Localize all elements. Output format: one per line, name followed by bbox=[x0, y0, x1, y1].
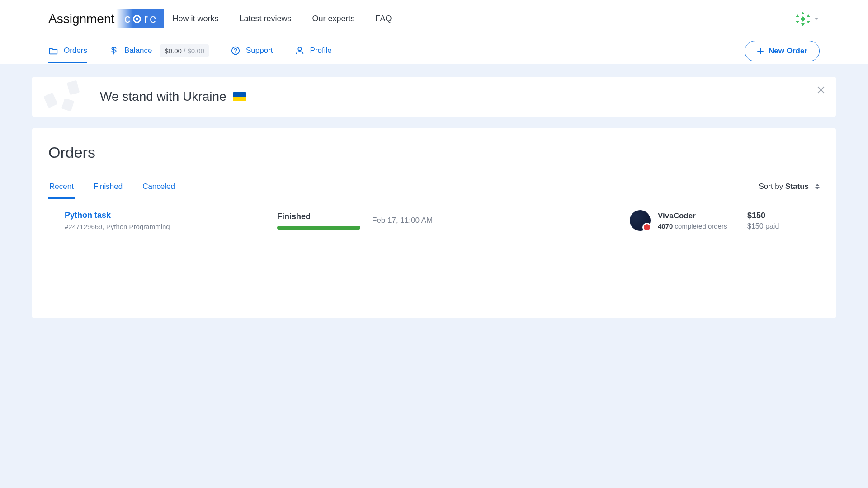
order-info: Python task #247129669, Python Programmi… bbox=[65, 211, 273, 230]
order-expert[interactable]: VivaCoder 4070 completed orders bbox=[630, 210, 743, 231]
target-icon bbox=[133, 15, 141, 23]
page-body: We stand with Ukraine Orders Recent Fini… bbox=[0, 64, 868, 336]
order-status: Finished bbox=[277, 212, 368, 230]
page-title: Orders bbox=[48, 144, 820, 161]
order-title-link[interactable]: Python task bbox=[65, 211, 273, 220]
banner-title: We stand with Ukraine bbox=[100, 89, 226, 104]
order-price-block: $150 $150 paid bbox=[747, 211, 820, 230]
nav-how-it-works[interactable]: How it works bbox=[172, 14, 218, 23]
tab-canceled[interactable]: Canceled bbox=[142, 178, 176, 199]
svg-marker-2 bbox=[796, 14, 799, 17]
sub-nav: Orders Balance $0.00 / $0.00 Support Pro… bbox=[0, 38, 868, 64]
order-tabs: Recent Finished Canceled bbox=[48, 178, 176, 199]
ukraine-banner: We stand with Ukraine bbox=[32, 77, 836, 117]
nav-latest-reviews[interactable]: Latest reviews bbox=[239, 14, 291, 23]
svg-marker-0 bbox=[801, 12, 805, 14]
subnav-support-label: Support bbox=[246, 46, 273, 55]
sort-by-selector[interactable]: Sort by Status bbox=[759, 182, 820, 196]
logo-text-left: Assignment bbox=[48, 12, 114, 26]
svg-marker-3 bbox=[801, 23, 805, 26]
sort-arrows-icon bbox=[815, 184, 820, 189]
subnav-profile-label: Profile bbox=[310, 46, 332, 55]
svg-marker-1 bbox=[807, 14, 810, 17]
logo-text-right: cre bbox=[116, 9, 164, 28]
user-menu[interactable] bbox=[794, 10, 818, 28]
svg-marker-6 bbox=[800, 16, 806, 22]
expert-avatar bbox=[630, 210, 651, 231]
chevron-down-icon bbox=[815, 18, 818, 20]
status-label: Finished bbox=[277, 212, 368, 221]
tabs-row: Recent Finished Canceled Sort by Status bbox=[48, 178, 820, 199]
help-icon bbox=[231, 46, 241, 56]
order-price: $150 bbox=[747, 211, 820, 221]
subnav-balance[interactable]: Balance $0.00 / $0.00 bbox=[109, 37, 209, 65]
new-order-button[interactable]: New Order bbox=[745, 41, 820, 61]
ukraine-flag-icon bbox=[233, 92, 246, 101]
expert-name: VivaCoder bbox=[658, 211, 727, 221]
orders-card: Orders Recent Finished Canceled Sort by … bbox=[32, 128, 836, 318]
dollar-icon bbox=[109, 46, 119, 56]
svg-point-8 bbox=[235, 52, 236, 53]
order-row[interactable]: Python task #247129669, Python Programmi… bbox=[48, 199, 820, 243]
banner-close-button[interactable] bbox=[816, 85, 826, 95]
progress-bar-fill bbox=[277, 226, 360, 230]
new-order-label: New Order bbox=[769, 47, 807, 56]
plus-icon bbox=[757, 47, 764, 55]
folder-icon bbox=[48, 46, 58, 56]
order-paid: $150 paid bbox=[747, 222, 820, 230]
order-date: Feb 17, 11:00 AM bbox=[372, 216, 625, 225]
nav-faq[interactable]: FAQ bbox=[376, 14, 392, 23]
tab-recent[interactable]: Recent bbox=[48, 178, 75, 199]
tab-finished[interactable]: Finished bbox=[93, 178, 123, 199]
banner-illustration bbox=[41, 81, 91, 113]
expert-stats: 4070 completed orders bbox=[658, 222, 727, 230]
avatar-icon bbox=[794, 10, 812, 28]
progress-bar bbox=[277, 226, 360, 230]
top-bar: Assignment cre How it works Latest revie… bbox=[0, 0, 868, 38]
user-icon bbox=[295, 46, 305, 56]
svg-point-9 bbox=[298, 47, 301, 51]
close-icon bbox=[816, 85, 826, 95]
subnav-orders[interactable]: Orders bbox=[48, 38, 87, 63]
svg-marker-5 bbox=[796, 21, 799, 23]
order-subtitle: #247129669, Python Programming bbox=[65, 223, 273, 230]
subnav-profile[interactable]: Profile bbox=[295, 38, 332, 63]
subnav-support[interactable]: Support bbox=[231, 38, 273, 63]
top-nav: How it works Latest reviews Our experts … bbox=[172, 14, 392, 23]
subnav-balance-label: Balance bbox=[124, 46, 152, 55]
nav-our-experts[interactable]: Our experts bbox=[312, 14, 355, 23]
balance-badge: $0.00 / $0.00 bbox=[160, 44, 209, 57]
logo[interactable]: Assignment cre bbox=[48, 9, 164, 28]
sort-label: Sort by Status bbox=[759, 182, 809, 191]
subnav-orders-label: Orders bbox=[64, 46, 87, 55]
svg-marker-4 bbox=[807, 21, 810, 23]
